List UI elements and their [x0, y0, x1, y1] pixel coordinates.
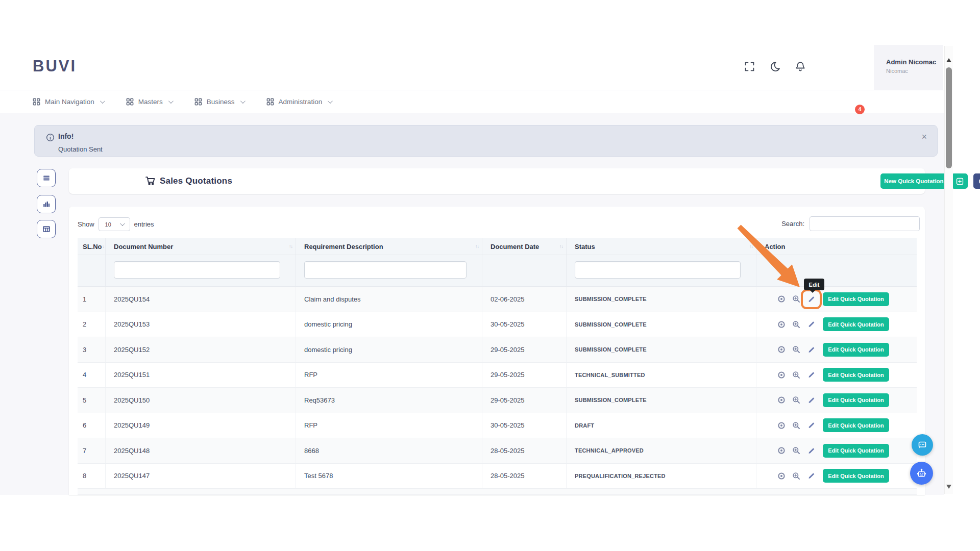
grid-icon — [194, 98, 202, 106]
sort-icon: ↑↓ — [559, 244, 563, 249]
edit-quick-quotation-button[interactable]: Edit Quick Quotation — [823, 292, 889, 306]
cell-document-number: 2025QU147 — [106, 464, 296, 489]
search-input[interactable] — [810, 216, 920, 231]
page-scrollbar[interactable] — [944, 46, 953, 494]
sidebar-menu-button[interactable] — [37, 169, 56, 187]
cell-requirement-description: domestic pricing — [296, 312, 482, 337]
edit-pencil-icon[interactable] — [806, 395, 816, 405]
cell-status: TECHNICAL_SUBMITTED — [567, 363, 756, 388]
view-icon[interactable] — [777, 446, 786, 455]
user-menu[interactable]: Admin Nicomac Nicomac — [874, 45, 943, 90]
zoom-in-icon[interactable] — [792, 320, 801, 329]
sidebar-table-button[interactable] — [37, 220, 56, 238]
nav-item-main-navigation[interactable]: Main Navigation — [33, 98, 104, 106]
zoom-in-icon[interactable] — [792, 294, 801, 304]
scrollbar-thumb[interactable] — [946, 67, 952, 168]
show-label: Show — [78, 220, 94, 228]
edit-quick-quotation-button[interactable]: Edit Quick Quotation — [823, 368, 889, 382]
cell-requirement-description: domestic pricing — [296, 337, 482, 362]
cell-status: TECHNICAL_APPROVED — [567, 438, 756, 463]
edit-pencil-icon[interactable] — [806, 421, 816, 430]
edit-pencil-icon[interactable] — [806, 446, 816, 455]
edit-pencil-icon[interactable] — [806, 370, 816, 380]
edit-pencil-icon[interactable] — [806, 345, 816, 354]
grid-icon — [33, 98, 40, 106]
view-icon[interactable] — [777, 471, 786, 481]
sort-icon: ↑↓ — [101, 244, 104, 249]
dark-mode-moon-icon[interactable] — [769, 60, 781, 72]
cell-document-date: 29-05-2025 — [482, 388, 567, 413]
edit-quick-quotation-button[interactable]: Edit Quick Quotation — [823, 317, 889, 331]
page-size-select[interactable]: 10 — [99, 217, 130, 231]
grid-icon — [266, 98, 274, 106]
nav-item-masters[interactable]: Masters — [126, 98, 172, 106]
cell-slno: 2 — [78, 312, 106, 337]
filter-document-number-input[interactable] — [114, 261, 280, 279]
chevron-down-icon — [240, 98, 246, 104]
alert-close-icon[interactable]: × — [921, 132, 927, 142]
cell-action: Edit Quick Quotation — [756, 337, 917, 362]
cell-document-number: 2025QU151 — [106, 363, 296, 388]
filter-status-input[interactable] — [575, 261, 741, 279]
add-quotation-button[interactable] — [951, 173, 968, 189]
column-header-requirement-description[interactable]: Requirement Description↑↓ — [296, 238, 482, 255]
refresh-button[interactable] — [973, 173, 980, 189]
fullscreen-icon[interactable] — [743, 60, 755, 72]
bot-fab-button[interactable] — [910, 462, 933, 485]
scrollbar-up-arrow[interactable] — [946, 58, 951, 62]
zoom-in-icon[interactable] — [792, 446, 801, 455]
edit-quick-quotation-button[interactable]: Edit Quick Quotation — [823, 444, 889, 458]
edit-quick-quotation-button[interactable]: Edit Quick Quotation — [823, 393, 889, 407]
cell-document-date: 30-05-2025 — [482, 413, 567, 438]
edit-quick-quotation-button[interactable]: Edit Quick Quotation — [823, 469, 889, 483]
zoom-in-icon[interactable] — [792, 421, 801, 430]
refresh-icon — [977, 177, 980, 186]
cell-slno: 4 — [78, 363, 106, 388]
nav-item-administration[interactable]: Administration — [266, 98, 332, 106]
add-square-icon — [955, 177, 964, 186]
view-icon[interactable] — [777, 320, 786, 329]
column-header-document-date[interactable]: Document Date↑↓ — [482, 238, 567, 255]
edit-pencil-icon[interactable] — [806, 294, 816, 304]
edit-pencil-icon[interactable] — [806, 320, 816, 329]
user-name: Admin Nicomac — [886, 58, 943, 66]
zoom-in-icon[interactable] — [792, 370, 801, 380]
table-row: 3 2025QU152 domestic pricing 29-05-2025 … — [78, 337, 917, 363]
filter-requirement-description-input[interactable] — [304, 261, 467, 279]
user-role: Nicomac — [886, 68, 943, 74]
view-icon[interactable] — [777, 395, 786, 405]
cell-action: Edit Quick Quotation — [756, 438, 917, 463]
zoom-in-icon[interactable] — [792, 471, 801, 481]
zoom-in-icon[interactable] — [792, 345, 801, 354]
edit-quick-quotation-button[interactable]: Edit Quick Quotation — [823, 418, 889, 432]
view-icon[interactable] — [777, 345, 786, 354]
alert-title: Info! — [58, 132, 74, 140]
view-icon[interactable] — [777, 370, 786, 380]
zoom-in-icon[interactable] — [792, 395, 801, 405]
sort-icon: ↑↓ — [289, 244, 292, 249]
cell-document-number: 2025QU150 — [106, 388, 296, 413]
cell-document-date: 28-05-2025 — [482, 438, 567, 463]
page-header-card: Sales Quotations New Quick Quotation — [69, 168, 925, 194]
notifications-bell-icon[interactable] — [794, 60, 806, 72]
column-header-slno[interactable]: SL.No↑↓ — [78, 238, 106, 255]
new-quick-quotation-button[interactable]: New Quick Quotation — [880, 173, 947, 189]
search-label: Search: — [781, 220, 804, 228]
cell-status: DRAFT — [567, 413, 756, 438]
cell-action: Edit Quick Quotation — [756, 312, 917, 337]
chat-fab-button[interactable] — [912, 434, 933, 456]
cell-status: PREQUALIFICATION_REJECTED — [567, 464, 756, 489]
chevron-down-icon — [100, 98, 105, 104]
edit-pencil-icon[interactable] — [806, 471, 816, 481]
view-icon[interactable] — [777, 294, 786, 304]
table-row: 8 2025QU147 Test 5678 28-05-2025 PREQUAL… — [78, 464, 917, 489]
app-root: BUVI 4 Admin Nicomac Nicomac — [0, 0, 980, 551]
view-icon[interactable] — [777, 421, 786, 430]
sidebar-chart-button[interactable] — [37, 195, 56, 213]
column-header-status[interactable]: Status↑↓ — [567, 238, 756, 255]
column-header-document-number[interactable]: Document Number↑↓ — [106, 238, 296, 255]
info-icon — [46, 133, 55, 144]
scrollbar-down-arrow[interactable] — [946, 485, 951, 489]
nav-item-business[interactable]: Business — [194, 98, 244, 106]
edit-quick-quotation-button[interactable]: Edit Quick Quotation — [823, 343, 889, 357]
